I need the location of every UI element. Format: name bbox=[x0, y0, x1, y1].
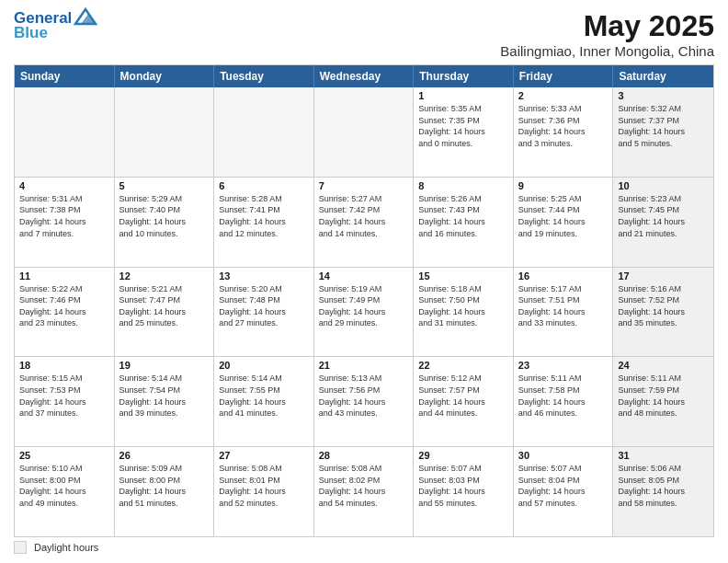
cell-info: Sunrise: 5:17 AM Sunset: 7:51 PM Dayligh… bbox=[518, 283, 609, 329]
day-number: 15 bbox=[418, 270, 508, 282]
cell-info: Sunrise: 5:10 AM Sunset: 8:00 PM Dayligh… bbox=[19, 463, 109, 509]
cal-cell: 1Sunrise: 5:35 AM Sunset: 7:35 PM Daylig… bbox=[414, 87, 514, 177]
calendar-body: 1Sunrise: 5:35 AM Sunset: 7:35 PM Daylig… bbox=[15, 87, 713, 536]
cell-info: Sunrise: 5:08 AM Sunset: 8:01 PM Dayligh… bbox=[219, 463, 309, 509]
cal-cell: 11Sunrise: 5:22 AM Sunset: 7:46 PM Dayli… bbox=[15, 268, 115, 357]
day-number: 28 bbox=[319, 450, 409, 461]
cal-cell: 12Sunrise: 5:21 AM Sunset: 7:47 PM Dayli… bbox=[115, 268, 215, 357]
header-thursday: Thursday bbox=[414, 65, 514, 87]
day-number: 6 bbox=[219, 180, 309, 191]
cal-cell: 17Sunrise: 5:16 AM Sunset: 7:52 PM Dayli… bbox=[613, 268, 713, 357]
cell-info: Sunrise: 5:07 AM Sunset: 8:04 PM Dayligh… bbox=[518, 463, 609, 509]
cell-info: Sunrise: 5:11 AM Sunset: 7:59 PM Dayligh… bbox=[618, 373, 709, 419]
cal-cell bbox=[15, 87, 115, 177]
cal-cell: 18Sunrise: 5:15 AM Sunset: 7:53 PM Dayli… bbox=[15, 357, 115, 446]
day-number: 3 bbox=[618, 90, 709, 101]
cell-info: Sunrise: 5:22 AM Sunset: 7:46 PM Dayligh… bbox=[19, 283, 109, 329]
cell-info: Sunrise: 5:29 AM Sunset: 7:40 PM Dayligh… bbox=[119, 193, 210, 239]
cell-info: Sunrise: 5:07 AM Sunset: 8:03 PM Dayligh… bbox=[418, 463, 508, 509]
cell-info: Sunrise: 5:23 AM Sunset: 7:45 PM Dayligh… bbox=[618, 193, 709, 239]
day-number: 21 bbox=[319, 360, 409, 371]
header-wednesday: Wednesday bbox=[314, 65, 415, 87]
header-monday: Monday bbox=[115, 65, 215, 87]
cell-info: Sunrise: 5:11 AM Sunset: 7:58 PM Dayligh… bbox=[518, 373, 609, 419]
day-number: 30 bbox=[518, 450, 609, 461]
cell-info: Sunrise: 5:25 AM Sunset: 7:44 PM Dayligh… bbox=[518, 193, 609, 239]
day-number: 25 bbox=[19, 450, 109, 461]
legend-box bbox=[14, 541, 27, 554]
day-number: 10 bbox=[618, 180, 709, 191]
cal-row-4: 18Sunrise: 5:15 AM Sunset: 7:53 PM Dayli… bbox=[15, 357, 713, 447]
day-number: 20 bbox=[219, 360, 309, 371]
page: General Blue May 2025 Bailingmiao, Inner… bbox=[0, 0, 728, 563]
day-number: 2 bbox=[518, 90, 609, 101]
cal-cell: 22Sunrise: 5:12 AM Sunset: 7:57 PM Dayli… bbox=[414, 357, 514, 446]
cal-cell: 5Sunrise: 5:29 AM Sunset: 7:40 PM Daylig… bbox=[115, 178, 215, 267]
cal-cell: 29Sunrise: 5:07 AM Sunset: 8:03 PM Dayli… bbox=[414, 447, 514, 536]
cal-cell: 25Sunrise: 5:10 AM Sunset: 8:00 PM Dayli… bbox=[15, 447, 115, 536]
logo-blue: Blue bbox=[14, 24, 48, 42]
cal-cell: 7Sunrise: 5:27 AM Sunset: 7:42 PM Daylig… bbox=[314, 178, 415, 267]
day-number: 31 bbox=[618, 450, 709, 461]
cal-cell: 27Sunrise: 5:08 AM Sunset: 8:01 PM Dayli… bbox=[214, 447, 314, 536]
cal-cell: 26Sunrise: 5:09 AM Sunset: 8:00 PM Dayli… bbox=[115, 447, 215, 536]
day-number: 27 bbox=[219, 450, 309, 461]
cell-info: Sunrise: 5:20 AM Sunset: 7:48 PM Dayligh… bbox=[219, 283, 309, 329]
main-title: May 2025 bbox=[500, 9, 714, 43]
cell-info: Sunrise: 5:35 AM Sunset: 7:35 PM Dayligh… bbox=[418, 103, 508, 149]
cal-cell: 20Sunrise: 5:14 AM Sunset: 7:55 PM Dayli… bbox=[214, 357, 314, 446]
cal-cell: 31Sunrise: 5:06 AM Sunset: 8:05 PM Dayli… bbox=[613, 447, 713, 536]
day-number: 24 bbox=[618, 360, 709, 371]
cal-cell: 30Sunrise: 5:07 AM Sunset: 8:04 PM Dayli… bbox=[514, 447, 614, 536]
cell-info: Sunrise: 5:12 AM Sunset: 7:57 PM Dayligh… bbox=[418, 373, 508, 419]
cal-cell: 10Sunrise: 5:23 AM Sunset: 7:45 PM Dayli… bbox=[613, 178, 713, 267]
legend-label: Daylight hours bbox=[34, 542, 98, 553]
logo: General Blue bbox=[14, 9, 97, 42]
header-friday: Friday bbox=[514, 65, 614, 87]
cell-info: Sunrise: 5:15 AM Sunset: 7:53 PM Dayligh… bbox=[19, 373, 109, 419]
cal-cell: 13Sunrise: 5:20 AM Sunset: 7:48 PM Dayli… bbox=[214, 268, 314, 357]
cal-row-1: 1Sunrise: 5:35 AM Sunset: 7:35 PM Daylig… bbox=[15, 87, 713, 178]
day-number: 12 bbox=[119, 270, 210, 282]
cal-row-5: 25Sunrise: 5:10 AM Sunset: 8:00 PM Dayli… bbox=[15, 447, 713, 536]
cell-info: Sunrise: 5:13 AM Sunset: 7:56 PM Dayligh… bbox=[319, 373, 409, 419]
day-number: 19 bbox=[119, 360, 210, 371]
cell-info: Sunrise: 5:14 AM Sunset: 7:54 PM Dayligh… bbox=[119, 373, 210, 419]
cal-cell bbox=[214, 87, 314, 177]
title-block: May 2025 Bailingmiao, Inner Mongolia, Ch… bbox=[500, 9, 714, 59]
day-number: 16 bbox=[518, 270, 609, 282]
cal-row-2: 4Sunrise: 5:31 AM Sunset: 7:38 PM Daylig… bbox=[15, 178, 713, 268]
cell-info: Sunrise: 5:32 AM Sunset: 7:37 PM Dayligh… bbox=[618, 103, 709, 149]
cell-info: Sunrise: 5:06 AM Sunset: 8:05 PM Dayligh… bbox=[618, 463, 709, 509]
day-number: 26 bbox=[119, 450, 210, 461]
calendar: Sunday Monday Tuesday Wednesday Thursday… bbox=[14, 64, 714, 537]
cal-cell: 23Sunrise: 5:11 AM Sunset: 7:58 PM Dayli… bbox=[514, 357, 614, 446]
day-number: 14 bbox=[319, 270, 409, 282]
cal-cell: 4Sunrise: 5:31 AM Sunset: 7:38 PM Daylig… bbox=[15, 178, 115, 267]
day-number: 22 bbox=[418, 360, 508, 371]
subtitle: Bailingmiao, Inner Mongolia, China bbox=[500, 43, 714, 59]
cell-info: Sunrise: 5:18 AM Sunset: 7:50 PM Dayligh… bbox=[418, 283, 508, 329]
cell-info: Sunrise: 5:21 AM Sunset: 7:47 PM Dayligh… bbox=[119, 283, 210, 329]
day-number: 29 bbox=[418, 450, 508, 461]
cal-cell: 6Sunrise: 5:28 AM Sunset: 7:41 PM Daylig… bbox=[214, 178, 314, 267]
cal-cell: 19Sunrise: 5:14 AM Sunset: 7:54 PM Dayli… bbox=[115, 357, 215, 446]
day-number: 8 bbox=[418, 180, 508, 191]
cal-cell: 3Sunrise: 5:32 AM Sunset: 7:37 PM Daylig… bbox=[613, 87, 713, 177]
day-number: 5 bbox=[119, 180, 210, 191]
day-number: 13 bbox=[219, 270, 309, 282]
day-number: 11 bbox=[19, 270, 109, 282]
footer-legend: Daylight hours bbox=[14, 541, 714, 554]
header: General Blue May 2025 Bailingmiao, Inner… bbox=[14, 9, 714, 59]
cal-cell: 24Sunrise: 5:11 AM Sunset: 7:59 PM Dayli… bbox=[613, 357, 713, 446]
cell-info: Sunrise: 5:19 AM Sunset: 7:49 PM Dayligh… bbox=[319, 283, 409, 329]
cal-cell: 21Sunrise: 5:13 AM Sunset: 7:56 PM Dayli… bbox=[314, 357, 415, 446]
header-tuesday: Tuesday bbox=[214, 65, 314, 87]
cal-cell bbox=[314, 87, 415, 177]
logo-icon bbox=[74, 7, 97, 28]
day-number: 7 bbox=[319, 180, 409, 191]
cal-cell: 2Sunrise: 5:33 AM Sunset: 7:36 PM Daylig… bbox=[514, 87, 614, 177]
day-number: 23 bbox=[518, 360, 609, 371]
day-number: 17 bbox=[618, 270, 709, 282]
cell-info: Sunrise: 5:26 AM Sunset: 7:43 PM Dayligh… bbox=[418, 193, 508, 239]
